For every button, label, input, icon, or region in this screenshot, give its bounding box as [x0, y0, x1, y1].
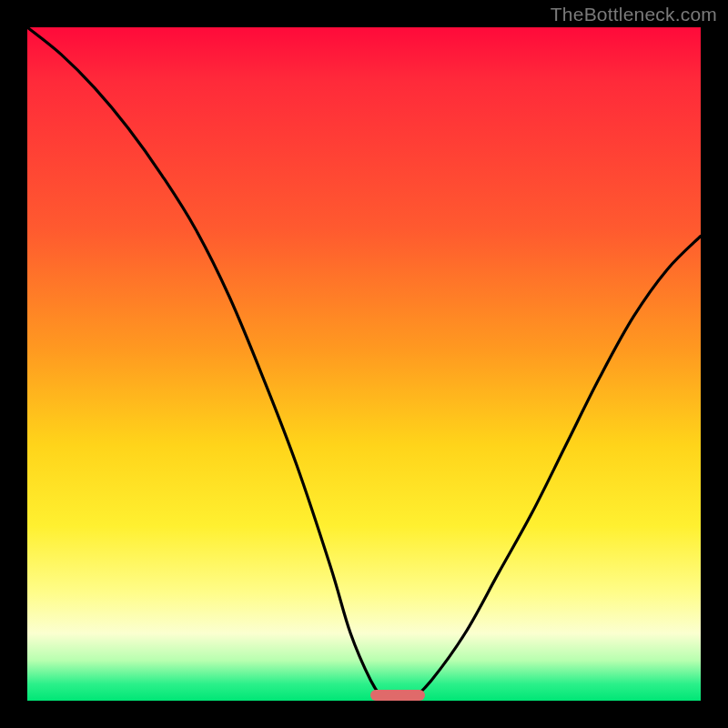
- curve-right-path: [411, 236, 701, 701]
- plot-area: [27, 27, 701, 701]
- bottleneck-curve: [27, 27, 701, 701]
- curve-left-path: [27, 27, 384, 701]
- watermark-text: TheBottleneck.com: [551, 4, 717, 25]
- chart-frame: TheBottleneck.com: [0, 0, 728, 728]
- optimal-marker: [370, 690, 424, 701]
